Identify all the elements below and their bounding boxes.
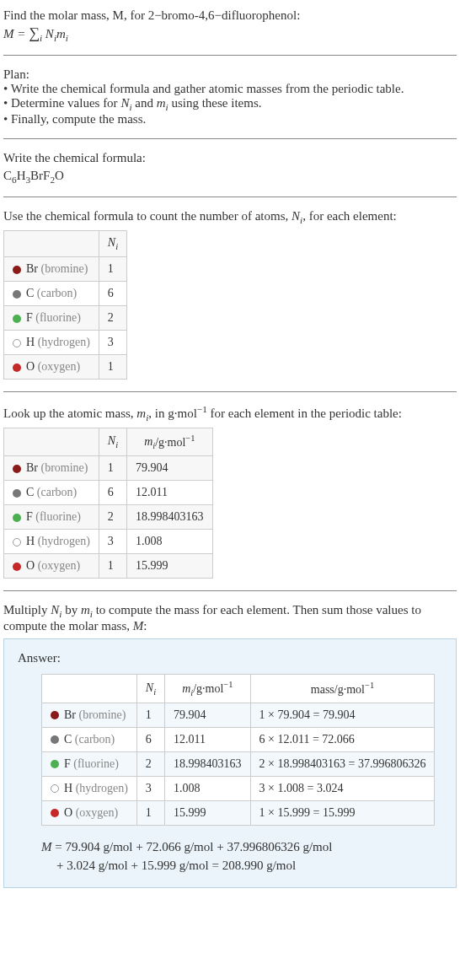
answer-table: Ni mi/g·mol−1 mass/g·mol−1 Br (bromine) … [41, 674, 435, 825]
element-symbol: H [26, 336, 35, 348]
cell-n: 1 [99, 256, 126, 281]
cell-n: 3 [136, 776, 164, 800]
intro-line1: Find the molar mass, M, for 2−bromo-4,6−… [3, 8, 457, 23]
table-row: O (oxygen) 1 [4, 354, 127, 379]
table-row: C (carbon) 6 [4, 281, 127, 305]
plan-item: • Finally, compute the mass. [3, 112, 457, 127]
table-row: H (hydrogen) 3 1.008 3 × 1.008 = 3.024 [42, 776, 435, 800]
compute-block: Multiply Ni by mi to compute the mass fo… [3, 598, 457, 892]
bromine-dot-icon [13, 266, 21, 274]
cell-m: 18.998403163 [127, 505, 213, 530]
cell-n: 6 [99, 481, 126, 505]
fluorine-dot-icon [13, 315, 21, 323]
cell-m: 1.008 [165, 776, 251, 800]
table-row: C (carbon) 6 12.011 6 × 12.011 = 72.066 [42, 727, 435, 751]
element-name: (carbon) [75, 733, 115, 746]
divider [3, 590, 457, 591]
element-symbol: Br [26, 461, 38, 474]
table-row: F (fluorine) 2 18.998403163 [4, 505, 213, 530]
element-name: (oxygen) [38, 360, 81, 373]
carbon-dot-icon [13, 489, 21, 498]
col-ni: Ni [136, 675, 164, 703]
chemical-formula: C6H3BrF2O [3, 169, 457, 185]
cell-m: 15.999 [165, 800, 251, 825]
element-name: (fluorine) [35, 311, 81, 324]
cell-n: 1 [99, 456, 126, 481]
divider [3, 391, 457, 392]
element-symbol: O [26, 360, 35, 373]
element-name: (carbon) [37, 287, 77, 299]
plan-item: • Write the chemical formula and gather … [3, 82, 457, 96]
mass-title: Look up the atomic mass, mi, in g·mol−1 … [3, 404, 457, 423]
element-name: (hydrogen) [38, 535, 90, 547]
cell-n: 3 [99, 330, 126, 354]
col-ni: Ni [99, 231, 126, 257]
bromine-dot-icon [51, 711, 59, 719]
cell-m: 18.998403163 [165, 751, 251, 776]
cell-m: 15.999 [127, 554, 213, 579]
cell-n: 1 [136, 703, 164, 727]
cell-n: 1 [136, 800, 164, 825]
element-name: (oxygen) [38, 559, 81, 572]
formula-title: Write the chemical formula: [3, 151, 457, 165]
table-row: F (fluorine) 2 [4, 305, 127, 330]
cell-mass: 6 × 12.011 = 72.066 [250, 727, 435, 751]
element-name: (fluorine) [73, 757, 119, 770]
table-row: O (oxygen) 1 15.999 [4, 554, 213, 579]
cell-n: 1 [99, 554, 126, 579]
table-row: H (hydrogen) 3 [4, 330, 127, 354]
element-name: (bromine) [79, 708, 126, 721]
mass-table: Ni mi/g·mol−1 Br (bromine) 1 79.904 C (c… [3, 428, 213, 579]
element-symbol: C [64, 733, 72, 746]
cell-n: 1 [99, 354, 126, 379]
element-symbol: F [26, 311, 33, 324]
cell-n: 2 [136, 751, 164, 776]
count-block: Use the chemical formula to count the nu… [3, 204, 457, 385]
fluorine-dot-icon [51, 760, 59, 768]
element-symbol: O [26, 559, 35, 572]
fluorine-dot-icon [13, 514, 21, 522]
final-equation: M = 79.904 g/mol + 72.066 g/mol + 37.996… [18, 837, 442, 875]
carbon-dot-icon [51, 735, 59, 744]
cell-m: 79.904 [127, 456, 213, 481]
cell-m: 12.011 [165, 727, 251, 751]
plan-block: Plan: • Write the chemical formula and g… [3, 62, 457, 132]
count-title: Use the chemical formula to count the nu… [3, 209, 457, 225]
cell-n: 2 [99, 305, 126, 330]
cell-mass: 2 × 18.998403163 = 37.996806326 [250, 751, 435, 776]
element-symbol: Br [26, 262, 38, 275]
divider [3, 55, 457, 56]
cell-n: 6 [136, 727, 164, 751]
intro-formula: M = ∑i Nimi [3, 24, 457, 43]
element-name: (hydrogen) [38, 336, 90, 348]
divider [3, 138, 457, 139]
hydrogen-dot-icon [51, 784, 59, 793]
element-symbol: H [26, 535, 35, 547]
element-symbol: H [64, 782, 72, 794]
table-row: H (hydrogen) 3 1.008 [4, 530, 213, 554]
element-symbol: F [64, 757, 71, 770]
mass-block: Look up the atomic mass, mi, in g·mol−1 … [3, 399, 457, 584]
element-symbol: C [26, 486, 34, 498]
element-symbol: F [26, 510, 33, 523]
cell-n: 2 [99, 505, 126, 530]
table-row: F (fluorine) 2 18.998403163 2 × 18.99840… [42, 751, 435, 776]
hydrogen-dot-icon [13, 538, 21, 547]
table-row: Br (bromine) 1 79.904 1 × 79.904 = 79.90… [42, 703, 435, 727]
cell-m: 79.904 [165, 703, 251, 727]
col-ni: Ni [99, 428, 126, 455]
cell-mass: 1 × 79.904 = 79.904 [250, 703, 435, 727]
cell-m: 1.008 [127, 530, 213, 554]
plan-item: • Determine values for Ni and mi using t… [3, 96, 457, 112]
compute-title: Multiply Ni by mi to compute the mass fo… [3, 603, 457, 633]
hydrogen-dot-icon [13, 339, 21, 347]
oxygen-dot-icon [13, 563, 21, 571]
element-name: (hydrogen) [76, 782, 128, 794]
intro-block: Find the molar mass, M, for 2−bromo-4,6−… [3, 3, 457, 48]
col-mi: mi/g·mol−1 [127, 428, 213, 455]
element-name: (bromine) [41, 461, 88, 474]
element-symbol: C [26, 287, 34, 299]
cell-n: 3 [99, 530, 126, 554]
col-mi: mi/g·mol−1 [165, 675, 251, 703]
plan-title: Plan: [3, 67, 457, 82]
